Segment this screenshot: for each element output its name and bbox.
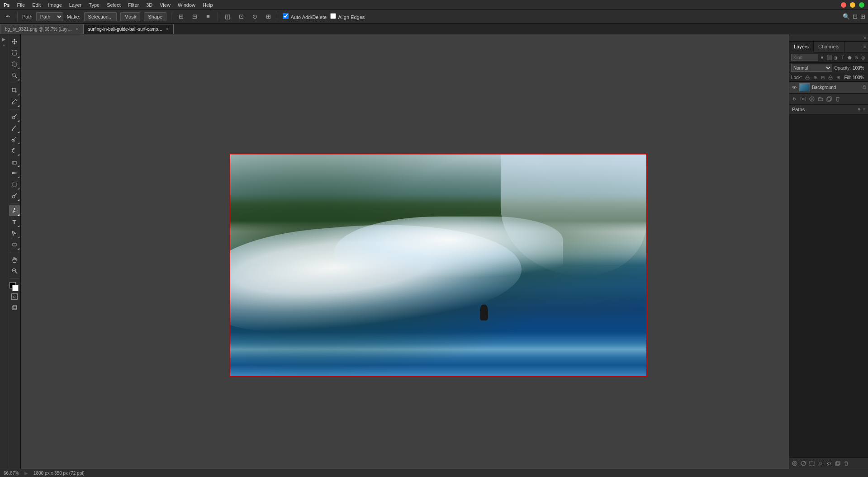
fill-value[interactable]: 100% [853, 75, 866, 80]
blend-mode-select[interactable]: Normal Multiply Screen Overlay [791, 64, 832, 72]
lock-artboard-icon[interactable]: ⊟ [820, 74, 826, 80]
tab-surf-close[interactable]: × [166, 27, 169, 32]
background-color[interactable] [12, 285, 19, 291]
type-filter-icon[interactable]: T [840, 54, 845, 61]
path-distribute-icon[interactable]: ≡ [203, 12, 213, 22]
pen-tool[interactable] [9, 205, 20, 216]
pixel-filter-icon[interactable]: ⬛ [826, 54, 832, 61]
path-warp-icon[interactable]: ⊙ [250, 12, 260, 22]
layer-item-background[interactable]: Background [789, 82, 868, 93]
layers-tab[interactable]: Layers [789, 42, 814, 52]
clone-tool[interactable] [9, 134, 20, 145]
path-select-tool[interactable] [9, 228, 20, 239]
maximize-window-btn[interactable] [859, 2, 864, 8]
paths-menu-icon[interactable]: ≡ [863, 107, 865, 112]
opacity-value[interactable]: 100% [853, 66, 866, 71]
search-icon[interactable]: 🔍 [843, 13, 850, 20]
minimize-window-btn[interactable] [850, 2, 855, 8]
brush-tool[interactable] [9, 123, 20, 133]
tab-bg-close[interactable]: × [76, 27, 78, 32]
adj-filter-icon[interactable]: ◑ [833, 54, 839, 61]
path-stroke-icon[interactable] [800, 460, 807, 467]
type-tool[interactable]: T [9, 217, 20, 227]
path-to-selection-icon[interactable] [808, 460, 816, 467]
align-edges-checkbox[interactable] [330, 13, 336, 19]
delete-path-icon[interactable] [843, 460, 850, 467]
mask-button[interactable]: Mask [120, 12, 140, 21]
shape-filter-icon[interactable]: ⬟ [847, 54, 853, 61]
add-layer-tool[interactable] [9, 302, 20, 313]
gradient-tool[interactable] [9, 168, 20, 179]
menu-3d[interactable]: 3D [146, 2, 152, 8]
layer-visibility-icon[interactable] [791, 84, 797, 90]
filter-toggle-icon[interactable]: ◎ [860, 54, 866, 61]
smart-filter-icon[interactable]: ⊙ [854, 54, 859, 61]
menu-layer[interactable]: Layer [69, 2, 82, 8]
history-brush-tool[interactable] [9, 145, 20, 156]
move-tool[interactable] [9, 36, 20, 47]
menu-edit[interactable]: Edit [32, 2, 41, 8]
path-tf-icon[interactable]: ⊞ [263, 12, 273, 22]
menu-ps[interactable]: Ps [4, 2, 9, 8]
menu-file[interactable]: File [17, 2, 25, 8]
close-window-btn[interactable] [841, 2, 846, 8]
add-layer-icon[interactable] [825, 95, 833, 103]
path-align-icon[interactable]: ⊟ [190, 12, 199, 22]
path-fill-icon[interactable] [791, 460, 798, 467]
path-align2-icon[interactable]: ⊡ [236, 12, 246, 22]
tab-surf[interactable]: surfing-in-bali-guide-bali-surf-camp-ulu… [83, 24, 174, 34]
delete-layer-icon[interactable] [834, 95, 841, 103]
eyedropper-tool[interactable] [9, 96, 20, 107]
filter-type-icon[interactable]: ▼ [819, 54, 825, 61]
lock-more-icon[interactable]: ⊞ [835, 74, 841, 80]
menu-filter[interactable]: Filter [128, 2, 139, 8]
panel-menu-icon[interactable]: ≡ [862, 42, 868, 52]
spot-heal-tool[interactable] [9, 111, 20, 122]
add-mask-icon[interactable] [800, 95, 807, 103]
menu-view[interactable]: View [160, 2, 171, 8]
path-diamond-icon[interactable] [825, 460, 833, 467]
panel-collapse-icon[interactable]: ▶ [2, 37, 5, 42]
lock-pixels-icon[interactable] [804, 74, 811, 80]
shape-button[interactable]: Shape [144, 12, 166, 21]
paths-collapse-icon[interactable]: ▼ [857, 107, 861, 112]
zoom-tool[interactable] [9, 265, 20, 276]
mask-from-path-icon[interactable] [817, 460, 824, 467]
lock-all-icon[interactable] [827, 74, 834, 80]
add-group-icon[interactable] [817, 95, 824, 103]
layers-search-input[interactable] [791, 54, 818, 61]
blur-tool[interactable] [9, 179, 20, 190]
canvas-image[interactable] [230, 154, 646, 376]
menu-window[interactable]: Window [178, 2, 195, 8]
menu-select[interactable]: Select [107, 2, 121, 8]
tab-bg[interactable]: bg_tv_0321.png @ 66.7% (Layer 1, RGB/8#)… [0, 24, 83, 34]
lasso-tool[interactable] [9, 59, 20, 70]
selection-button[interactable]: Selection... [84, 12, 117, 21]
path-ops-icon[interactable]: ◫ [223, 12, 232, 22]
add-adj-icon[interactable] [808, 95, 816, 103]
menu-help[interactable]: Help [203, 2, 213, 8]
eraser-tool[interactable] [9, 156, 20, 167]
path-arrange-icon[interactable]: ⊞ [176, 12, 186, 22]
canvas-area[interactable] [21, 34, 789, 469]
layer-fx-icon[interactable]: fx [791, 95, 798, 103]
quick-select-tool[interactable] [9, 70, 20, 81]
menu-image[interactable]: Image [48, 2, 62, 8]
shape-tool[interactable] [9, 239, 20, 250]
menu-type[interactable]: Type [89, 2, 100, 8]
channels-tab[interactable]: Channels [814, 42, 844, 52]
arrange-icon[interactable]: ⊞ [860, 13, 865, 20]
pen-tool-icon[interactable]: ✒ [3, 12, 13, 22]
quick-mask-btn[interactable]: ⊙ [11, 293, 18, 300]
lock-position-icon[interactable]: ⊕ [812, 74, 818, 80]
layer-lock-icon[interactable] [863, 85, 866, 90]
dodge-tool[interactable] [9, 190, 20, 201]
hand-tool[interactable] [9, 254, 20, 265]
panel-collapse-right[interactable]: « [863, 35, 866, 40]
crop-tool[interactable] [9, 85, 20, 96]
marquee-tool[interactable] [9, 47, 20, 58]
path-mode-select[interactable]: Path Shape Pixels [36, 12, 63, 21]
new-path-icon[interactable] [834, 460, 841, 467]
workspace-icon[interactable]: ⊡ [853, 13, 858, 20]
auto-add-checkbox[interactable] [283, 13, 289, 19]
